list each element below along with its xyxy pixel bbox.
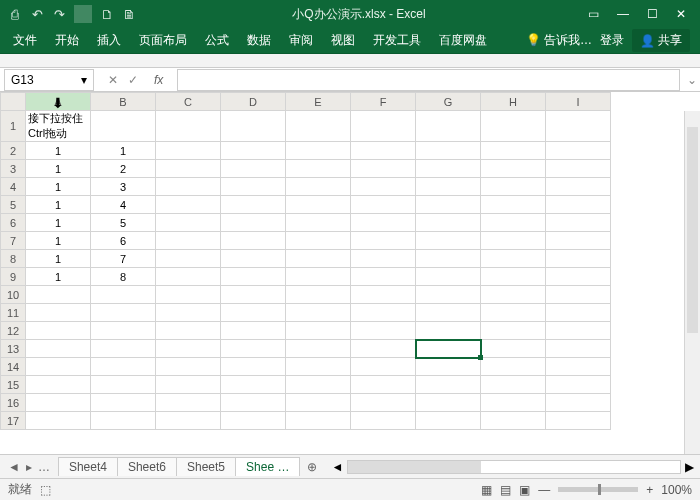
cell-B10[interactable] (91, 286, 156, 304)
sheet-tab-Sheet4[interactable]: Sheet4 (58, 457, 118, 476)
cell-I14[interactable] (546, 358, 611, 376)
fx-icon[interactable]: fx (154, 73, 163, 87)
cell-G9[interactable] (416, 268, 481, 286)
view-normal-icon[interactable]: ▦ (481, 483, 492, 497)
new-icon[interactable]: 🗋 (98, 5, 116, 23)
cell-C11[interactable] (156, 304, 221, 322)
cell-H17[interactable] (481, 412, 546, 430)
cell-I8[interactable] (546, 250, 611, 268)
cell-A13[interactable] (26, 340, 91, 358)
cell-I11[interactable] (546, 304, 611, 322)
undo-icon[interactable]: ↶ (28, 5, 46, 23)
cell-B16[interactable] (91, 394, 156, 412)
row-header-12[interactable]: 12 (1, 322, 26, 340)
sheet-nav-first-icon[interactable]: ◄ (8, 460, 20, 474)
cell-B7[interactable]: 6 (91, 232, 156, 250)
cell-G4[interactable] (416, 178, 481, 196)
cell-C17[interactable] (156, 412, 221, 430)
cell-D8[interactable] (221, 250, 286, 268)
cell-D13[interactable] (221, 340, 286, 358)
cell-H14[interactable] (481, 358, 546, 376)
cell-G13[interactable] (416, 340, 481, 358)
row-header-7[interactable]: 7 (1, 232, 26, 250)
cell-A17[interactable] (26, 412, 91, 430)
minimize-icon[interactable]: — (617, 7, 629, 21)
cell-E9[interactable] (286, 268, 351, 286)
cell-B2[interactable]: 1 (91, 142, 156, 160)
cell-H7[interactable] (481, 232, 546, 250)
cell-B15[interactable] (91, 376, 156, 394)
cell-F17[interactable] (351, 412, 416, 430)
cell-B3[interactable]: 2 (91, 160, 156, 178)
cell-E12[interactable] (286, 322, 351, 340)
sheet-tab-Sheet6[interactable]: Sheet6 (117, 457, 177, 476)
cell-F14[interactable] (351, 358, 416, 376)
cell-H6[interactable] (481, 214, 546, 232)
cell-E10[interactable] (286, 286, 351, 304)
cell-I1[interactable] (546, 111, 611, 142)
cell-A8[interactable]: 1 (26, 250, 91, 268)
cell-A10[interactable] (26, 286, 91, 304)
cell-D2[interactable] (221, 142, 286, 160)
cell-A15[interactable] (26, 376, 91, 394)
login-link[interactable]: 登录 (600, 32, 624, 49)
cell-D1[interactable] (221, 111, 286, 142)
zoom-slider[interactable] (558, 487, 638, 492)
row-header-9[interactable]: 9 (1, 268, 26, 286)
cell-B5[interactable]: 4 (91, 196, 156, 214)
cell-H2[interactable] (481, 142, 546, 160)
cell-C5[interactable] (156, 196, 221, 214)
row-header-1[interactable]: 1 (1, 111, 26, 142)
cell-A3[interactable]: 1 (26, 160, 91, 178)
cell-A6[interactable]: 1 (26, 214, 91, 232)
cell-E3[interactable] (286, 160, 351, 178)
cell-F1[interactable] (351, 111, 416, 142)
cell-C2[interactable] (156, 142, 221, 160)
cell-G12[interactable] (416, 322, 481, 340)
cell-G16[interactable] (416, 394, 481, 412)
cell-E1[interactable] (286, 111, 351, 142)
cell-G8[interactable] (416, 250, 481, 268)
enter-formula-icon[interactable]: ✓ (128, 73, 138, 87)
tab-百度网盘[interactable]: 百度网盘 (430, 28, 496, 53)
cell-B6[interactable]: 5 (91, 214, 156, 232)
cell-C12[interactable] (156, 322, 221, 340)
formula-bar[interactable] (177, 69, 680, 91)
cell-H5[interactable] (481, 196, 546, 214)
cell-I10[interactable] (546, 286, 611, 304)
view-layout-icon[interactable]: ▤ (500, 483, 511, 497)
cell-D14[interactable] (221, 358, 286, 376)
tab-开发工具[interactable]: 开发工具 (364, 28, 430, 53)
tell-me[interactable]: 💡 告诉我… (526, 32, 592, 49)
cell-F4[interactable] (351, 178, 416, 196)
cell-F10[interactable] (351, 286, 416, 304)
col-header-B[interactable]: B (91, 93, 156, 111)
cell-G15[interactable] (416, 376, 481, 394)
row-header-10[interactable]: 10 (1, 286, 26, 304)
cell-B13[interactable] (91, 340, 156, 358)
cell-B14[interactable] (91, 358, 156, 376)
cell-F3[interactable] (351, 160, 416, 178)
row-header-4[interactable]: 4 (1, 178, 26, 196)
cell-C7[interactable] (156, 232, 221, 250)
cell-G6[interactable] (416, 214, 481, 232)
cell-I17[interactable] (546, 412, 611, 430)
hscroll-left-icon[interactable]: ◄ (331, 460, 343, 474)
cell-F6[interactable] (351, 214, 416, 232)
cell-E14[interactable] (286, 358, 351, 376)
tab-开始[interactable]: 开始 (46, 28, 88, 53)
cell-D3[interactable] (221, 160, 286, 178)
cell-H13[interactable] (481, 340, 546, 358)
col-header-E[interactable]: E (286, 93, 351, 111)
cell-H8[interactable] (481, 250, 546, 268)
cell-C3[interactable] (156, 160, 221, 178)
row-header-14[interactable]: 14 (1, 358, 26, 376)
vertical-scrollbar[interactable] (684, 111, 700, 454)
row-header-8[interactable]: 8 (1, 250, 26, 268)
cell-C15[interactable] (156, 376, 221, 394)
new-sheet-button[interactable]: ⊕ (299, 460, 325, 474)
cell-D7[interactable] (221, 232, 286, 250)
cell-H9[interactable] (481, 268, 546, 286)
cell-E8[interactable] (286, 250, 351, 268)
cell-I15[interactable] (546, 376, 611, 394)
